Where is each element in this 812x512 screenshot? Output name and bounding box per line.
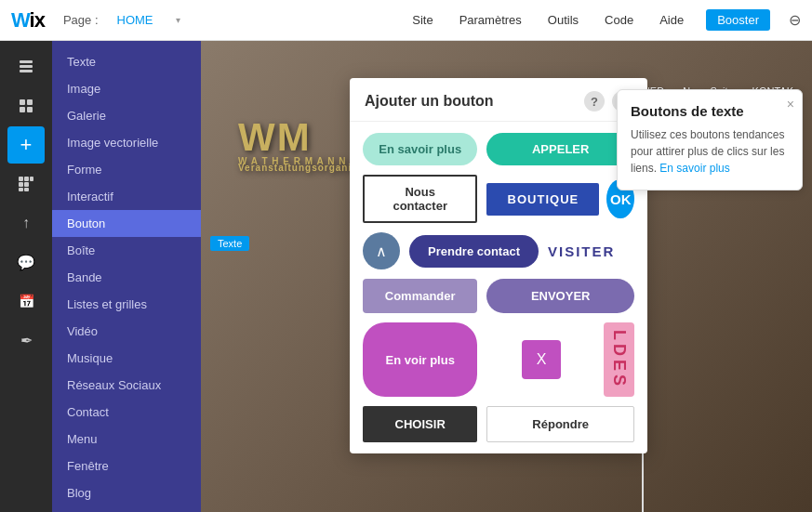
icon-btn-chat[interactable]: 💬 — [7, 243, 45, 281]
nav-code[interactable]: Code — [601, 13, 637, 27]
btn-arrow[interactable]: ∧ — [363, 232, 400, 269]
btn-commander[interactable]: Commander — [363, 279, 477, 313]
btn-choisir[interactable]: CHOISIR — [363, 406, 477, 442]
tooltip-title: Boutons de texte — [631, 103, 789, 119]
sidebar-item-galerie[interactable]: Galerie — [52, 102, 201, 129]
sidebar-item-reseaux[interactable]: Réseaux Sociaux — [52, 372, 201, 399]
sidebar-item-bouton[interactable]: Bouton — [52, 210, 201, 237]
sidebar-item-boite[interactable]: Boîte — [52, 237, 201, 264]
icon-btn-components[interactable] — [7, 87, 45, 125]
btn-row3: ∧ Prendre contact VISITER — [363, 232, 634, 269]
nav-aide[interactable]: Aide — [656, 13, 687, 27]
wix-logo-ix: ix — [30, 8, 45, 32]
svg-rect-3 — [20, 99, 25, 105]
sidebar-item-musique[interactable]: Musique — [52, 345, 201, 372]
icon-btn-blog[interactable]: ✒ — [7, 322, 45, 359]
svg-rect-5 — [20, 107, 25, 112]
btn-en-savoir-plus[interactable]: En savoir plus — [363, 133, 477, 165]
modal-title: Ajouter un bouton — [365, 93, 494, 110]
svg-rect-11 — [24, 182, 29, 187]
svg-rect-1 — [20, 65, 33, 68]
nav-outils[interactable]: Outils — [544, 13, 582, 27]
tooltip-close-button[interactable]: × — [787, 98, 794, 111]
main-area: + ↑ 💬 📅 ✒ Texte Image Galerie Image vect… — [0, 41, 812, 512]
tooltip-link[interactable]: En savoir plus — [659, 162, 729, 175]
btn-nous-contacter[interactable]: Nous contacter — [363, 175, 477, 223]
nav-page-name[interactable]: HOME — [117, 13, 153, 27]
search-icon[interactable]: ⊖ — [789, 11, 801, 29]
nav-parametres[interactable]: Paramètres — [456, 13, 526, 27]
add-button-modal: Ajouter un bouton ? × En savoir plus APP… — [350, 78, 647, 453]
nav-booster[interactable]: Booster — [706, 9, 770, 31]
nav-site[interactable]: Site — [408, 13, 436, 27]
icon-bar: + ↑ 💬 📅 ✒ — [0, 41, 52, 512]
tooltip-bubble: × Boutons de texte Utilisez ces boutons … — [617, 89, 803, 190]
svg-rect-9 — [30, 177, 33, 181]
content-area: CATALOG INED Neue Seite KONTAK WM W A T … — [201, 41, 812, 512]
sidebar-item-interactif[interactable]: Interactif — [52, 183, 201, 210]
sidebar-item-blog[interactable]: Blog — [52, 479, 201, 506]
svg-rect-4 — [27, 99, 33, 105]
sidebar-item-boutique[interactable]: Boutique — [52, 506, 201, 512]
btn-x[interactable]: X — [522, 340, 561, 379]
icon-btn-apps[interactable] — [7, 165, 45, 203]
modal-help-button[interactable]: ? — [584, 91, 605, 112]
icon-btn-pages[interactable] — [7, 48, 45, 85]
btn-appeler[interactable]: APPELER — [486, 133, 634, 165]
sidebar-item-bande[interactable]: Bande — [52, 264, 201, 291]
chevron-down-icon[interactable]: ▾ — [176, 15, 180, 25]
svg-rect-7 — [19, 177, 23, 181]
sidebar-item-listes[interactable]: Listes et grilles — [52, 291, 201, 318]
btn-en-voir-plus[interactable]: En voir plus — [363, 322, 477, 397]
icon-btn-add[interactable]: + — [7, 126, 45, 164]
text-badge: Texte — [210, 236, 249, 251]
sidebar-item-texte[interactable]: Texte — [52, 48, 201, 75]
svg-rect-12 — [19, 188, 23, 191]
top-nav: Wix Page : HOME ▾ Site Paramètres Outils… — [0, 0, 812, 41]
sidebar-item-image[interactable]: Image — [52, 75, 201, 102]
svg-rect-13 — [24, 188, 29, 191]
btn-visiter[interactable]: VISITER — [548, 243, 615, 259]
wix-logo-w: W — [11, 8, 30, 32]
sidebar-item-forme[interactable]: Forme — [52, 156, 201, 183]
sidebar: Texte Image Galerie Image vectorielle Fo… — [52, 41, 201, 512]
btn-repondre[interactable]: Répondre — [486, 406, 634, 442]
btn-envoyer[interactable]: ENVOYER — [486, 279, 634, 313]
svg-rect-8 — [24, 177, 29, 181]
nav-page-label: Page : — [63, 13, 99, 27]
svg-rect-2 — [20, 70, 33, 72]
sidebar-item-video[interactable]: Vidéo — [52, 318, 201, 345]
sidebar-item-menu[interactable]: Menu — [52, 426, 201, 453]
svg-rect-6 — [27, 107, 33, 112]
btn-prendre-contact[interactable]: Prendre contact — [409, 235, 539, 268]
button-grid: En savoir plus APPELER Nous contacter BO… — [350, 122, 647, 453]
sidebar-item-fenetre[interactable]: Fenêtre — [52, 453, 201, 479]
wix-logo: Wix — [11, 8, 45, 33]
btn-pink-vertical[interactable]: LDES — [604, 322, 634, 397]
sidebar-item-image-vectorielle[interactable]: Image vectorielle — [52, 129, 201, 156]
svg-rect-0 — [20, 60, 33, 63]
tooltip-body: Utilisez ces boutons tendances pour atti… — [631, 126, 789, 177]
svg-rect-10 — [19, 182, 23, 187]
modal-header: Ajouter un bouton ? × — [350, 78, 647, 122]
btn-boutique[interactable]: BOUTIQUE — [486, 183, 599, 216]
sidebar-item-contact[interactable]: Contact — [52, 399, 201, 426]
icon-btn-upload[interactable]: ↑ — [7, 204, 45, 242]
icon-btn-calendar[interactable]: 📅 — [7, 282, 45, 320]
